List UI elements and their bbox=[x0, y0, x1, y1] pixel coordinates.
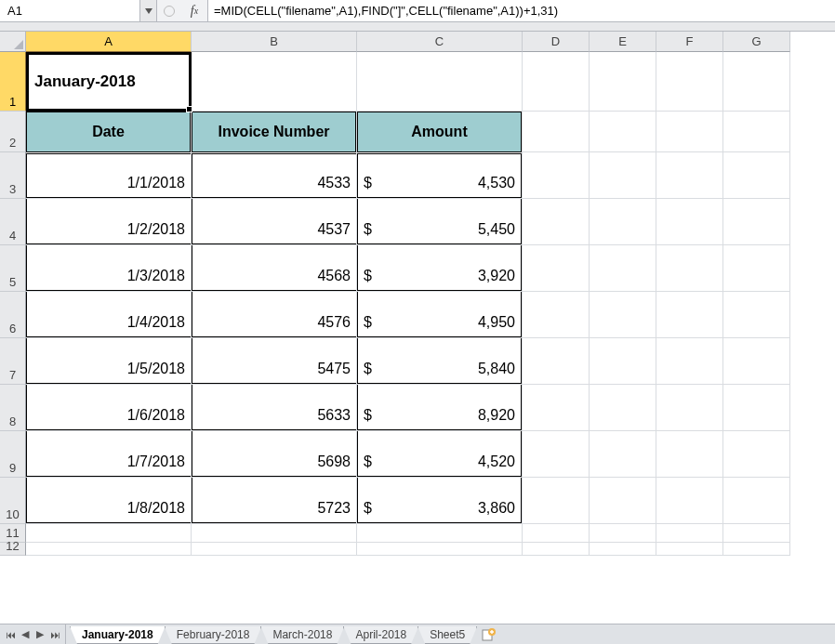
cell-d10[interactable] bbox=[523, 478, 590, 524]
cell-c3[interactable]: $4,530 bbox=[357, 152, 523, 199]
col-header-a[interactable]: A bbox=[26, 32, 192, 52]
cell-g5[interactable] bbox=[723, 245, 790, 292]
name-box[interactable] bbox=[0, 0, 139, 21]
cell-e1[interactable] bbox=[590, 52, 656, 112]
cell-a7[interactable]: 1/5/2018 bbox=[26, 338, 192, 385]
cell-a8[interactable]: 1/6/2018 bbox=[26, 385, 192, 431]
cell-g8[interactable] bbox=[723, 385, 790, 431]
cell-f11[interactable] bbox=[656, 524, 723, 543]
cell-e7[interactable] bbox=[590, 338, 656, 385]
cell-b11[interactable] bbox=[192, 524, 357, 543]
cell-f4[interactable] bbox=[656, 199, 723, 245]
cell-g1[interactable] bbox=[723, 52, 790, 112]
cell-a5[interactable]: 1/3/2018 bbox=[26, 245, 192, 292]
sheet-tab[interactable]: Sheet5 bbox=[418, 626, 477, 644]
cell-b12[interactable] bbox=[192, 543, 357, 556]
row-header-5[interactable]: 5 bbox=[0, 245, 26, 292]
cell-e3[interactable] bbox=[590, 152, 656, 199]
row-header-12[interactable]: 12 bbox=[0, 543, 26, 556]
cell-e8[interactable] bbox=[590, 385, 656, 431]
cell-g6[interactable] bbox=[723, 292, 790, 338]
cell-b2[interactable]: Invoice Number bbox=[192, 112, 357, 152]
tab-nav-prev-icon[interactable]: ◀ bbox=[19, 628, 32, 640]
cell-e9[interactable] bbox=[590, 431, 656, 478]
cell-b1[interactable] bbox=[192, 52, 357, 112]
cell-d9[interactable] bbox=[523, 431, 590, 478]
cell-c4[interactable]: $5,450 bbox=[357, 199, 523, 245]
cell-a6[interactable]: 1/4/2018 bbox=[26, 292, 192, 338]
cell-c8[interactable]: $8,920 bbox=[357, 385, 523, 431]
col-header-d[interactable]: D bbox=[523, 32, 590, 52]
cell-b7[interactable]: 5475 bbox=[192, 338, 357, 385]
sheet-tab[interactable]: January-2018 bbox=[70, 626, 166, 644]
cell-a9[interactable]: 1/7/2018 bbox=[26, 431, 192, 478]
cell-b3[interactable]: 4533 bbox=[192, 152, 357, 199]
cell-d7[interactable] bbox=[523, 338, 590, 385]
row-header-3[interactable]: 3 bbox=[0, 152, 26, 199]
cell-g2[interactable] bbox=[723, 112, 790, 152]
col-header-f[interactable]: F bbox=[656, 32, 723, 52]
tab-nav-last-icon[interactable]: ⏭ bbox=[48, 629, 61, 640]
tab-nav-first-icon[interactable]: ⏮ bbox=[4, 629, 17, 640]
cell-f7[interactable] bbox=[656, 338, 723, 385]
cell-f10[interactable] bbox=[656, 478, 723, 524]
cell-d3[interactable] bbox=[523, 152, 590, 199]
cell-g12[interactable] bbox=[723, 543, 790, 556]
cell-g9[interactable] bbox=[723, 431, 790, 478]
cell-c12[interactable] bbox=[357, 543, 523, 556]
cell-e2[interactable] bbox=[590, 112, 656, 152]
cell-f3[interactable] bbox=[656, 152, 723, 199]
sheet-tab[interactable]: April-2018 bbox=[343, 626, 418, 644]
cell-f5[interactable] bbox=[656, 245, 723, 292]
cell-e11[interactable] bbox=[590, 524, 656, 543]
cell-b4[interactable]: 4537 bbox=[192, 199, 357, 245]
col-header-e[interactable]: E bbox=[590, 32, 656, 52]
sheet-tab[interactable]: February-2018 bbox=[165, 626, 262, 644]
cell-e5[interactable] bbox=[590, 245, 656, 292]
cell-e12[interactable] bbox=[590, 543, 656, 556]
cell-g4[interactable] bbox=[723, 199, 790, 245]
cell-d5[interactable] bbox=[523, 245, 590, 292]
cell-d1[interactable] bbox=[523, 52, 590, 112]
cell-e4[interactable] bbox=[590, 199, 656, 245]
row-header-1[interactable]: 1 bbox=[0, 52, 26, 112]
cell-d2[interactable] bbox=[523, 112, 590, 152]
cell-f2[interactable] bbox=[656, 112, 723, 152]
cell-c10[interactable]: $3,860 bbox=[357, 478, 523, 524]
select-all-corner[interactable] bbox=[0, 32, 26, 52]
cell-a10[interactable]: 1/8/2018 bbox=[26, 478, 192, 524]
cell-c6[interactable]: $4,950 bbox=[357, 292, 523, 338]
cell-d8[interactable] bbox=[523, 385, 590, 431]
cell-f6[interactable] bbox=[656, 292, 723, 338]
fx-icon[interactable]: fx bbox=[181, 0, 207, 21]
col-header-g[interactable]: G bbox=[723, 32, 790, 52]
cell-c2[interactable]: Amount bbox=[357, 112, 523, 152]
cell-b9[interactable]: 5698 bbox=[192, 431, 357, 478]
cell-g10[interactable] bbox=[723, 478, 790, 524]
cell-c5[interactable]: $3,920 bbox=[357, 245, 523, 292]
col-header-b[interactable]: B bbox=[192, 32, 357, 52]
col-header-c[interactable]: C bbox=[357, 32, 523, 52]
row-header-9[interactable]: 9 bbox=[0, 431, 26, 478]
cell-f1[interactable] bbox=[656, 52, 723, 112]
cell-a1[interactable]: January-2018 bbox=[26, 52, 192, 112]
cell-e6[interactable] bbox=[590, 292, 656, 338]
cell-e10[interactable] bbox=[590, 478, 656, 524]
active-cell[interactable]: January-2018 bbox=[26, 52, 192, 112]
tab-nav-next-icon[interactable]: ▶ bbox=[33, 628, 46, 640]
cell-a12[interactable] bbox=[26, 543, 192, 556]
cell-a4[interactable]: 1/2/2018 bbox=[26, 199, 192, 245]
cell-a2[interactable]: Date bbox=[26, 112, 192, 152]
cell-b5[interactable]: 4568 bbox=[192, 245, 357, 292]
cell-g3[interactable] bbox=[723, 152, 790, 199]
cell-c11[interactable] bbox=[357, 524, 523, 543]
cell-g11[interactable] bbox=[723, 524, 790, 543]
cell-d4[interactable] bbox=[523, 199, 590, 245]
cell-f12[interactable] bbox=[656, 543, 723, 556]
row-header-7[interactable]: 7 bbox=[0, 338, 26, 385]
row-header-4[interactable]: 4 bbox=[0, 199, 26, 245]
cell-c7[interactable]: $5,840 bbox=[357, 338, 523, 385]
row-header-8[interactable]: 8 bbox=[0, 385, 26, 431]
row-header-10[interactable]: 10 bbox=[0, 478, 26, 524]
cell-b10[interactable]: 5723 bbox=[192, 478, 357, 524]
